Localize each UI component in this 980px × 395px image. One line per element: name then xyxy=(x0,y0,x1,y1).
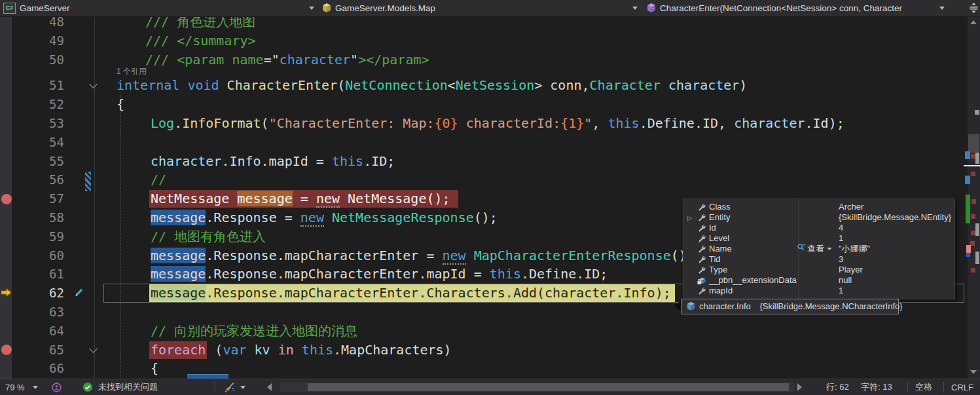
datatip-collapse-arrow[interactable] xyxy=(674,301,681,311)
code-text[interactable]: message.Response.mapCharacterEnter.mapId… xyxy=(151,265,608,284)
code-line-64[interactable]: 64// 向别的玩家发送进入地图的消息 xyxy=(0,322,968,341)
scroll-up-arrow[interactable] xyxy=(970,20,977,24)
code-line-56[interactable]: 56// xyxy=(0,170,968,189)
scrollbar-mark-change xyxy=(965,176,970,184)
code-line-51[interactable]: 51internal void CharacterEnter(NetConnec… xyxy=(0,76,968,95)
code-segment: /// 角色进入地图 xyxy=(145,16,255,29)
code-text[interactable]: { xyxy=(117,95,124,114)
code-segment xyxy=(270,342,278,358)
code-segment: " xyxy=(584,115,592,131)
datatip-row-Class[interactable]: ClassArcher xyxy=(683,202,954,212)
datatip-row-Id[interactable]: Id4 xyxy=(683,223,954,233)
code-line-54[interactable]: 54 xyxy=(0,133,968,152)
datatip-expression: character.Info xyxy=(699,301,751,311)
code-segment: .MapCharacters) xyxy=(333,342,452,358)
code-segment: /// <param name xyxy=(145,52,264,67)
code-text[interactable]: // 地图有角色进入 xyxy=(151,227,266,246)
breakpoint-dot[interactable] xyxy=(1,194,12,204)
code-editor[interactable]: 48/// 角色进入地图49/// </summary>50/// <param… xyxy=(0,16,968,379)
project-dropdown-caret[interactable] xyxy=(309,7,314,10)
status-eol-mode[interactable]: CRLF xyxy=(951,379,973,395)
assistant-indicator[interactable] xyxy=(51,379,62,395)
breakpoint-dot[interactable] xyxy=(1,345,12,355)
status-indent-mode[interactable]: 空格 xyxy=(915,379,932,395)
code-text[interactable]: // xyxy=(151,170,166,189)
datatip-row-Entity[interactable]: ▷Entity{SkillBridge.Message.NEntity} xyxy=(683,212,954,223)
datatip-member-value: 1 xyxy=(839,233,843,244)
vertical-scrollbar[interactable] xyxy=(968,16,980,379)
code-text[interactable]: // 向别的玩家发送进入地图的消息 xyxy=(151,322,357,341)
type-dropdown-label: GameServer.Models.Map xyxy=(335,3,435,13)
hscroll-right-arrow[interactable] xyxy=(797,379,802,395)
editor-split-handle[interactable] xyxy=(968,0,980,16)
line-number-59: 59 xyxy=(0,227,64,246)
code-line-55[interactable]: 55character.Info.mapId = this.ID; xyxy=(0,152,968,171)
code-segment: character xyxy=(734,115,805,131)
datatip-row-__pbn__extensionData[interactable]: __pbn__extensionDatanull xyxy=(683,275,954,286)
code-segment: , xyxy=(582,77,590,93)
code-segment: NetSession xyxy=(456,77,534,93)
line-number-51: 51 xyxy=(0,76,64,95)
view-value-button[interactable]: 查看 xyxy=(797,244,832,254)
code-text[interactable]: message.Response = new NetMessageRespons… xyxy=(151,208,498,227)
code-segment: { xyxy=(117,96,124,112)
horizontal-scrollbar-thumb[interactable] xyxy=(308,383,789,391)
code-line-49[interactable]: 49/// </summary> xyxy=(0,31,968,50)
property-wrench-icon xyxy=(697,265,706,275)
zoom-control[interactable]: 79 % xyxy=(5,379,38,395)
document-health-indicator[interactable]: 未找到相关问题 xyxy=(82,379,158,395)
type-dropdown-caret[interactable] xyxy=(632,7,638,10)
assistant-icon xyxy=(51,382,62,393)
line-number-63: 63 xyxy=(0,303,64,322)
code-segment: </param> xyxy=(366,52,429,67)
scrollbar-mark-change-saved xyxy=(966,195,970,223)
datatip-row-Type[interactable]: TypePlayer xyxy=(683,265,954,275)
datatip-row-mapId[interactable]: mapId1 xyxy=(683,286,954,296)
code-segment: < xyxy=(448,77,456,93)
datatip-row-Level[interactable]: Level1 xyxy=(683,233,954,244)
code-segment: this xyxy=(302,342,333,358)
datatip-member-value: 3 xyxy=(839,254,843,265)
code-text[interactable]: foreach (var kv in this.MapCharacters) xyxy=(151,341,452,360)
datatip-root-bar[interactable]: character.Info {SkillBridge.Message.NCha… xyxy=(681,299,899,314)
code-text[interactable]: message.Response.mapCharacterEnter = new… xyxy=(151,246,695,265)
codelens-references[interactable]: 1 个引用 xyxy=(117,66,147,77)
scrollbar-mark-breakpoint xyxy=(971,231,975,235)
code-segment: in xyxy=(278,342,294,358)
expand-icon[interactable]: ▷ xyxy=(687,213,692,223)
code-text[interactable]: character.Info.mapId = this.ID; xyxy=(151,152,395,171)
code-line-65[interactable]: 65foreach (var kv in this.MapCharacters) xyxy=(0,341,968,360)
type-dropdown[interactable]: ♡ GameServer.Models.Map xyxy=(318,0,642,16)
code-text[interactable]: /// </summary> xyxy=(145,31,256,50)
datatip-row-Name[interactable]: Name查看"小娜娜" xyxy=(683,244,954,254)
code-text[interactable]: internal void CharacterEnter(NetConnecti… xyxy=(117,76,747,95)
hscroll-left-arrow[interactable] xyxy=(267,379,272,395)
datatip-row-Tid[interactable]: Tid3 xyxy=(683,254,954,265)
datatip-member-name: Tid xyxy=(709,254,721,265)
code-text[interactable]: /// <param name="character"></param> xyxy=(145,50,429,69)
scroll-down-arrow[interactable] xyxy=(970,370,977,374)
code-segment: .Response.mapCharacterEnter = xyxy=(206,248,442,263)
edit-pen-icon[interactable] xyxy=(73,286,85,301)
member-dropdown[interactable]: ♡ CharacterEnter(NetConnection<NetSessio… xyxy=(643,0,937,16)
magnifier-icon xyxy=(797,243,806,255)
code-segment xyxy=(294,342,302,358)
code-line-52[interactable]: 52{ xyxy=(0,95,968,114)
code-line-53[interactable]: 53Log.InfoFormat("CharacterEnter: Map:{0… xyxy=(0,114,968,133)
code-line-66[interactable]: 66{ xyxy=(0,359,968,378)
code-text[interactable]: Log.InfoFormat("CharacterEnter: Map:{0} … xyxy=(151,114,844,133)
code-line-48[interactable]: 48/// 角色进入地图 xyxy=(0,16,968,31)
code-cleanup-button[interactable] xyxy=(224,379,245,395)
code-text[interactable]: { xyxy=(151,359,158,378)
project-dropdown[interactable]: C# GameServer xyxy=(0,0,316,16)
datatip-member-value: "小娜娜" xyxy=(839,244,870,254)
code-text[interactable]: NetMessage message = new NetMessage(); xyxy=(151,189,458,208)
zoom-value: 79 % xyxy=(5,383,25,392)
current-statement-arrow-icon xyxy=(1,288,12,300)
code-segment: " xyxy=(350,52,358,67)
member-dropdown-caret[interactable] xyxy=(939,7,945,10)
code-segment xyxy=(661,77,668,93)
line-number-48: 48 xyxy=(0,16,64,31)
code-segment: .Response.mapCharacterEnter.mapId = xyxy=(206,266,489,282)
code-text[interactable]: /// 角色进入地图 xyxy=(145,16,255,31)
